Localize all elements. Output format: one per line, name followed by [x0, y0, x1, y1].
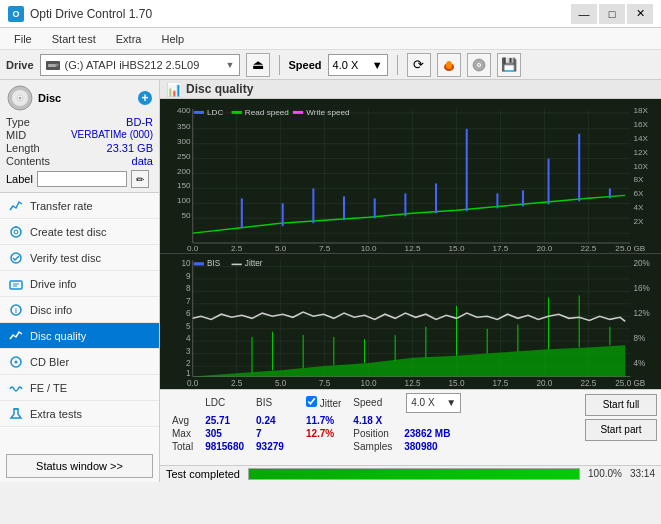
- start-full-button[interactable]: Start full: [585, 394, 657, 416]
- disc-add-icon[interactable]: +: [137, 90, 153, 106]
- svg-text:25.0 GB: 25.0 GB: [615, 379, 645, 388]
- sidebar-item-transfer-rate[interactable]: Transfer rate: [0, 193, 159, 219]
- minimize-button[interactable]: —: [571, 4, 597, 24]
- sidebar-item-label-transfer-rate: Transfer rate: [30, 200, 93, 212]
- disc-mid-label: MID: [6, 129, 26, 141]
- drive-selector[interactable]: (G:) ATAPI iHBS212 2.5L09 ▼: [40, 54, 240, 76]
- disc-icon-btn[interactable]: [467, 53, 491, 77]
- svg-text:22.5: 22.5: [580, 244, 596, 253]
- svg-point-15: [14, 230, 18, 234]
- avg-jitter: 11.7%: [306, 415, 334, 426]
- start-part-button[interactable]: Start part: [585, 419, 657, 441]
- sidebar-item-drive-info[interactable]: Drive info: [0, 271, 159, 297]
- svg-text:0.0: 0.0: [187, 244, 199, 253]
- drive-label: Drive: [6, 59, 34, 71]
- create-test-icon: [8, 224, 24, 240]
- sidebar-item-verify-test-disc[interactable]: Verify test disc: [0, 245, 159, 271]
- titlebar-left: O Opti Drive Control 1.70: [8, 6, 152, 22]
- speed-label: Speed: [289, 59, 322, 71]
- jitter-checkbox[interactable]: [306, 396, 317, 407]
- drive-info-icon: [8, 276, 24, 292]
- close-button[interactable]: ✕: [627, 4, 653, 24]
- svg-text:20.0: 20.0: [536, 379, 552, 388]
- speed-value: 4.0 X: [333, 59, 359, 71]
- bottom-chart: 10 9 8 7 6 5 4 3 2 1 20% 16% 12% 8% 4%: [160, 254, 661, 389]
- svg-text:250: 250: [177, 152, 191, 161]
- status-text: Test completed: [166, 468, 240, 480]
- burn-button[interactable]: [437, 53, 461, 77]
- svg-text:100: 100: [177, 196, 191, 205]
- pos-label: Position: [353, 428, 389, 439]
- svg-text:6X: 6X: [633, 190, 644, 199]
- checkmark-disc-icon: [9, 251, 23, 265]
- svg-text:20%: 20%: [633, 259, 650, 268]
- speed-inline-arrow: ▼: [446, 397, 456, 408]
- svg-text:4: 4: [186, 334, 191, 343]
- maximize-button[interactable]: □: [599, 4, 625, 24]
- svg-text:Write speed: Write speed: [306, 108, 349, 117]
- svg-rect-92: [293, 111, 303, 114]
- svg-text:5.0: 5.0: [275, 379, 287, 388]
- svg-text:17.5: 17.5: [493, 244, 509, 253]
- transfer-rate-icon: [8, 198, 24, 214]
- save-button[interactable]: 💾: [497, 53, 521, 77]
- svg-text:i: i: [15, 307, 17, 314]
- sidebar-item-label-fe-te: FE / TE: [30, 382, 67, 394]
- col-bis: BIS: [256, 397, 272, 408]
- quality-icon: [9, 329, 23, 343]
- menu-help[interactable]: Help: [153, 31, 192, 47]
- sidebar-item-label-drive-info: Drive info: [30, 278, 76, 290]
- speed-inline-selector[interactable]: 4.0 X ▼: [406, 393, 461, 413]
- samples-value: 380980: [404, 441, 437, 452]
- refresh-button[interactable]: ⟳: [407, 53, 431, 77]
- svg-rect-155: [194, 262, 204, 265]
- svg-text:LDC: LDC: [207, 108, 224, 117]
- sidebar-item-disc-info[interactable]: i Disc info: [0, 297, 159, 323]
- sidebar-item-label-disc-info: Disc info: [30, 304, 72, 316]
- svg-text:400: 400: [177, 106, 191, 115]
- svg-text:5: 5: [186, 322, 191, 331]
- sidebar-item-create-test-disc[interactable]: Create test disc: [0, 219, 159, 245]
- disc-label-edit-btn[interactable]: ✏: [131, 170, 149, 188]
- top-chart: 400 350 300 250 200 150 100 50 18X 16X 1…: [160, 99, 661, 254]
- sidebar-item-fe-te[interactable]: FE / TE: [0, 375, 159, 401]
- svg-text:10.0: 10.0: [361, 244, 377, 253]
- max-bis: 7: [256, 428, 262, 439]
- menu-start-test[interactable]: Start test: [44, 31, 104, 47]
- extra-tests-icon: [8, 406, 24, 422]
- speed-dropdown-arrow: ▼: [372, 59, 383, 71]
- menu-extra[interactable]: Extra: [108, 31, 150, 47]
- stats-table: LDC BIS Jitter Speed 4.0 X ▼: [160, 390, 581, 465]
- eject-button[interactable]: ⏏: [246, 53, 270, 77]
- svg-text:2.5: 2.5: [231, 244, 243, 253]
- svg-text:150: 150: [177, 182, 191, 191]
- svg-point-24: [15, 360, 18, 363]
- svg-text:9: 9: [186, 272, 191, 281]
- col-ldc: LDC: [205, 397, 225, 408]
- svg-rect-90: [232, 111, 242, 114]
- svg-text:350: 350: [177, 122, 191, 131]
- svg-text:14X: 14X: [633, 134, 648, 143]
- disc-label-input[interactable]: [37, 171, 127, 187]
- sidebar-item-extra-tests[interactable]: Extra tests: [0, 401, 159, 427]
- drive-dropdown-arrow: ▼: [226, 60, 235, 70]
- svg-text:20.0: 20.0: [536, 244, 552, 253]
- svg-text:12%: 12%: [633, 309, 650, 318]
- svg-text:200: 200: [177, 167, 191, 176]
- disc-type-field: Type BD-R: [6, 116, 153, 128]
- menu-file[interactable]: File: [6, 31, 40, 47]
- svg-point-11: [19, 97, 22, 100]
- sidebar-item-cd-bier[interactable]: CD BIer: [0, 349, 159, 375]
- svg-text:7.5: 7.5: [319, 379, 331, 388]
- speed-selector[interactable]: 4.0 X ▼: [328, 54, 388, 76]
- wave-icon: [9, 381, 23, 395]
- sidebar-item-disc-quality[interactable]: Disc quality: [0, 323, 159, 349]
- disc-header: Disc +: [6, 84, 153, 112]
- content-area: 📊 Disc quality: [160, 80, 661, 482]
- status-window-button[interactable]: Status window >>: [6, 454, 153, 478]
- progress-bar-container: [248, 468, 580, 480]
- top-chart-svg: 400 350 300 250 200 150 100 50 18X 16X 1…: [160, 99, 661, 253]
- svg-text:8: 8: [186, 284, 191, 293]
- svg-text:10.0: 10.0: [361, 379, 377, 388]
- col-jitter: Jitter: [320, 398, 342, 409]
